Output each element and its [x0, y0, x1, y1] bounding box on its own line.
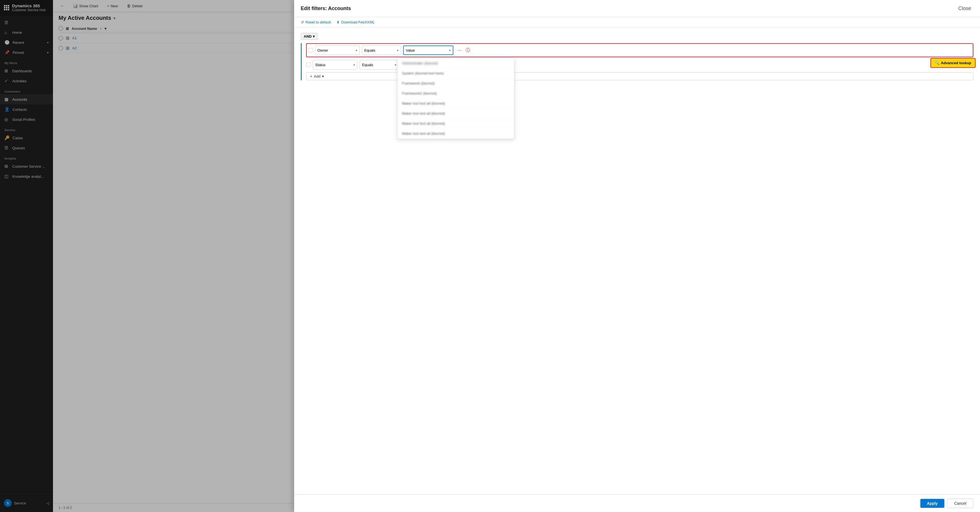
value-text: Value	[406, 48, 415, 53]
field-select-1[interactable]: Owner ▾	[315, 45, 360, 55]
add-chevron-icon: ▾	[322, 74, 324, 78]
error-icon: ⓘ	[466, 48, 470, 53]
apply-button[interactable]: Apply	[920, 499, 945, 508]
advanced-lookup-button[interactable]: 🔍 Advanced lookup	[931, 58, 975, 68]
dropdown-item[interactable]: Maker tool test all (blurred)	[398, 129, 514, 139]
add-label: Add	[314, 74, 320, 78]
dropdown-item[interactable]: System (blurred text here)	[398, 69, 514, 78]
modal-footer: Apply Cancel	[294, 494, 980, 512]
advanced-lookup-label: Advanced lookup	[941, 61, 971, 65]
download-fetchxml-button[interactable]: ⬇ Download FetchXML	[337, 20, 375, 24]
download-label: Download FetchXML	[341, 20, 375, 24]
modal-body: AND ▾ Owner ▾ Equals ▾ Value	[294, 27, 980, 494]
reset-icon: ↺	[301, 20, 304, 24]
filter-checkbox-1[interactable]	[309, 48, 313, 53]
chevron-down-icon: ▾	[356, 49, 357, 52]
close-button[interactable]: Close	[956, 5, 973, 13]
field-value: Status	[315, 63, 326, 67]
field-value: Owner	[318, 48, 328, 53]
value-dropdown-popup: Administrator (blurred) System (blurred …	[397, 58, 514, 139]
operator-value: Equals	[364, 48, 375, 53]
dropdown-item[interactable]: Maker tool test all (blurred)	[398, 99, 514, 108]
chevron-down-icon: ▾	[449, 49, 450, 52]
and-label: AND	[304, 34, 312, 38]
field-select-2[interactable]: Status ▾	[313, 60, 358, 70]
edit-filters-panel: Edit filters: Accounts Close ↺ Reset to …	[294, 0, 980, 512]
dropdown-item[interactable]: Maker tool test all (blurred)	[398, 108, 514, 119]
modal-title: Edit filters: Accounts	[301, 6, 351, 11]
download-icon: ⬇	[337, 20, 340, 24]
operator-select-2[interactable]: Equals ▾	[360, 60, 399, 70]
chevron-down-icon: ▾	[353, 63, 355, 66]
dropdown-item[interactable]: Framework2 (blurred)	[398, 88, 514, 99]
modal-toolbar: ↺ Reset to default ⬇ Download FetchXML	[294, 17, 980, 27]
operator-value: Equals	[362, 63, 373, 67]
filter-row-1: Owner ▾ Equals ▾ Value ▾ ⋯ ⓘ	[306, 43, 974, 57]
and-chevron-icon: ▾	[313, 34, 315, 38]
operator-select-1[interactable]: Equals ▾	[362, 45, 401, 55]
and-operator-badge[interactable]: AND ▾	[301, 33, 318, 40]
add-icon: +	[310, 74, 313, 78]
filter-checkbox-2[interactable]	[306, 62, 310, 67]
reset-to-default-button[interactable]: ↺ Reset to default	[301, 20, 331, 24]
dropdown-item[interactable]: Administrator (blurred)	[398, 58, 514, 69]
dropdown-item[interactable]: Maker tool test all (blurred)	[398, 119, 514, 129]
search-icon: 🔍	[935, 61, 939, 65]
cancel-button[interactable]: Cancel	[947, 499, 973, 508]
chevron-down-icon: ▾	[395, 63, 396, 66]
more-options-button-1[interactable]: ⋯	[455, 46, 463, 54]
dropdown-item[interactable]: Framework (blurred)	[398, 78, 514, 88]
value-select-1[interactable]: Value ▾	[403, 45, 453, 55]
chevron-down-icon: ▾	[397, 49, 398, 52]
modal-header: Edit filters: Accounts Close	[294, 0, 980, 17]
modal-overlay: Edit filters: Accounts Close ↺ Reset to …	[0, 0, 980, 512]
reset-label: Reset to default	[305, 20, 331, 24]
